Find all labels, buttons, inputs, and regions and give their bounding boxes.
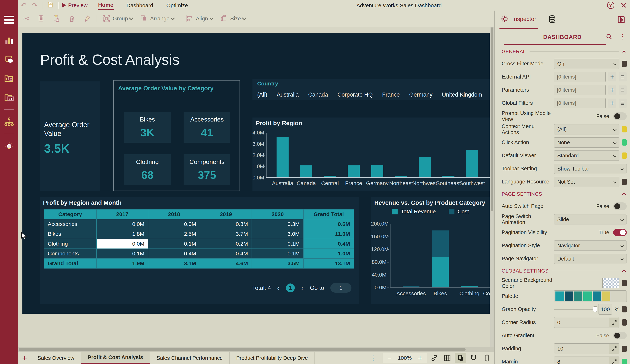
table-cell[interactable]: 0.1M <box>148 239 200 249</box>
color-swatch[interactable] <box>622 319 627 326</box>
table-total-cell[interactable]: Grand Total <box>44 259 96 268</box>
profit-by-region-chart[interactable]: Profit by Region 4.0M3.0M2.0M1.0M0.0MAus… <box>252 117 490 191</box>
page-tab[interactable]: Product Profitability Deep Dive <box>230 352 315 364</box>
country-filter-item[interactable]: Canada <box>308 91 328 98</box>
bar-Central[interactable] <box>324 176 336 177</box>
list-items-button[interactable]: ≡ <box>619 99 627 108</box>
profit-table-widget[interactable]: Profit by Region and Month Category20172… <box>40 197 359 304</box>
canvas-horizontal-scrollbar[interactable] <box>18 347 494 352</box>
table-cell[interactable]: 0.0M <box>148 219 200 229</box>
pivot-table[interactable]: Category2017201820192020Grand Total Acce… <box>44 209 354 269</box>
column-header[interactable]: Grand Total <box>304 209 354 219</box>
table-cell[interactable]: 0.4M <box>304 239 354 249</box>
shared-widgets-icon[interactable] <box>4 73 14 84</box>
items-input[interactable]: [0 items] <box>554 98 606 108</box>
bar-Australia[interactable] <box>276 137 288 177</box>
bar-Northeast[interactable] <box>395 176 407 177</box>
format-painter-icon[interactable] <box>83 14 92 23</box>
country-filter-item[interactable]: (All) <box>257 91 267 98</box>
column-header[interactable]: 2018 <box>148 209 200 219</box>
bar-Germany[interactable] <box>371 165 383 177</box>
kpi-tile[interactable]: Accessories41 <box>184 112 230 143</box>
kpi-grid-by-category[interactable]: Average Order Value by Category Bikes3KA… <box>114 80 240 191</box>
stacked-bar-segment[interactable] <box>461 286 478 287</box>
menu-tab-optimize[interactable]: Optimize <box>166 1 188 10</box>
undo-icon[interactable]: ↶ <box>18 2 29 9</box>
widgets-chart-icon[interactable] <box>4 35 14 46</box>
dropdown-page-switch-animation[interactable]: Slide <box>554 214 627 224</box>
table-cell[interactable]: 0.2M <box>200 239 252 249</box>
zoom-out-button[interactable]: − <box>387 354 392 362</box>
table-cell[interactable]: 0.3M <box>252 219 304 229</box>
slider-knob[interactable] <box>593 307 597 312</box>
country-filter-item[interactable]: France <box>382 91 400 98</box>
kpi-tile[interactable]: Components375 <box>184 154 230 185</box>
save-icon[interactable] <box>44 1 56 9</box>
legend-item[interactable]: Cost <box>448 208 469 215</box>
table-cell[interactable]: 1.0M <box>304 249 354 259</box>
dropdown-pagination-style[interactable]: Navigator <box>554 241 627 251</box>
prev-page-icon[interactable]: ‹ <box>277 284 280 292</box>
color-swatch[interactable] <box>622 126 627 132</box>
opacity-slider[interactable] <box>554 309 596 310</box>
section-header[interactable]: GENERAL <box>502 46 627 57</box>
chevron-up-icon[interactable] <box>622 193 626 196</box>
current-page-button[interactable]: 1 <box>286 284 295 292</box>
column-header[interactable]: 2017 <box>96 209 148 219</box>
hamburger-menu-icon[interactable] <box>4 16 14 24</box>
table-total-cell[interactable]: 1.9M <box>96 259 148 268</box>
table-cell[interactable]: 0.1M <box>252 239 304 249</box>
dropdown-cross-filter-mode[interactable]: On <box>554 59 620 69</box>
delete-icon[interactable] <box>68 14 76 23</box>
section-header[interactable]: GLOBAL SETTINGS <box>502 265 627 277</box>
cut-icon[interactable]: ✂ <box>22 14 30 23</box>
tab-inspector[interactable]: Inspector <box>500 11 538 29</box>
table-cell[interactable]: 0.3M <box>200 219 252 229</box>
stacked-bar-segment[interactable] <box>432 230 448 257</box>
align-dropdown[interactable]: Align <box>186 15 213 22</box>
bar-Southeast[interactable] <box>442 176 454 177</box>
items-input[interactable]: [0 items] <box>554 85 606 95</box>
legend-item[interactable]: Total Revenue <box>392 208 436 215</box>
color-swatch[interactable] <box>622 179 627 185</box>
menu-tab-home[interactable]: Home <box>98 0 114 10</box>
color-swatch[interactable] <box>622 139 627 146</box>
group-dropdown[interactable]: Group <box>102 15 132 22</box>
paste-icon[interactable] <box>52 14 61 23</box>
table-cell[interactable]: 2.5M <box>148 229 200 239</box>
dropdown-context-menu-actions[interactable]: (All) <box>554 124 620 134</box>
dropdown-toolbar-setting[interactable]: Show Toolbar <box>554 164 627 174</box>
table-cell[interactable]: 0.1M <box>96 249 148 259</box>
scrollbar-thumb[interactable] <box>491 27 493 211</box>
widget-library-icon[interactable] <box>4 92 14 103</box>
table-total-cell[interactable]: 13.1M <box>304 259 354 268</box>
number-input[interactable]: 0 <box>554 317 620 328</box>
revenue-vs-cost-chart[interactable]: Revenue vs. Cost by Product Category Tot… <box>371 197 490 304</box>
mobile-view-icon[interactable] <box>481 353 492 363</box>
shapes-icon[interactable] <box>4 54 14 65</box>
bar-France[interactable] <box>348 165 360 177</box>
page-tab[interactable]: Profit & Cost Analysis <box>81 352 150 364</box>
insights-bulb-icon[interactable] <box>4 141 14 152</box>
table-cell[interactable]: Components <box>44 249 96 259</box>
scrollbar-thumb[interactable] <box>18 348 466 352</box>
menu-tab-dashboard[interactable]: Dashboard <box>126 1 154 10</box>
page-tab[interactable]: Sales Channel Performance <box>150 352 230 364</box>
redo-icon[interactable]: ↷ <box>29 2 40 9</box>
design-canvas[interactable]: Profit & Cost Analysis Average Order Val… <box>18 26 490 347</box>
kpi-tile[interactable]: Clothing68 <box>124 154 171 185</box>
color-swatch[interactable] <box>622 359 627 364</box>
palette-dropdown[interactable] <box>554 290 627 302</box>
stacked-bar-segment[interactable] <box>432 257 448 287</box>
items-input[interactable]: [0 items] <box>554 72 606 82</box>
dropdown-default-viewer[interactable]: Standard <box>554 150 620 161</box>
bar-Northwest[interactable] <box>419 157 431 177</box>
table-cell[interactable]: 11.0M <box>304 229 354 239</box>
bar-Canada[interactable] <box>300 165 312 177</box>
expand-icon[interactable] <box>609 357 619 364</box>
magnet-icon[interactable] <box>468 353 480 363</box>
add-page-button[interactable]: + <box>18 352 31 364</box>
opacity-value[interactable]: 100 <box>598 304 612 315</box>
hierarchy-icon[interactable] <box>4 116 14 127</box>
search-icon[interactable] <box>606 33 612 40</box>
